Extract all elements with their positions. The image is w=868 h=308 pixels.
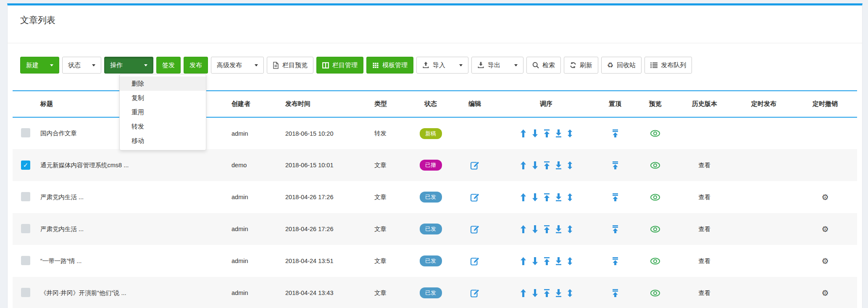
pin-to-top-icon[interactable] xyxy=(612,289,618,297)
menu-item-copy[interactable]: 复制 xyxy=(120,91,206,105)
article-title[interactable]: 国内合作文章 xyxy=(40,130,77,137)
move-to-top-icon[interactable] xyxy=(544,129,550,137)
menu-item-reuse[interactable]: 重用 xyxy=(120,105,206,119)
history-view-link[interactable]: 查看 xyxy=(699,226,711,232)
checkbox-cell xyxy=(13,245,39,277)
toolbar-button-refresh[interactable]: 刷新 xyxy=(564,57,598,74)
move-to-top-icon[interactable] xyxy=(544,257,550,265)
move-down-icon[interactable] xyxy=(532,161,538,169)
menu-item-move[interactable]: 移动 xyxy=(120,134,206,148)
publish-time-cell: 2018-04-26 17:26 xyxy=(284,213,373,245)
edit-pencil-icon[interactable] xyxy=(470,161,480,170)
eye-icon[interactable] xyxy=(650,130,660,137)
pin-to-top-icon[interactable] xyxy=(612,129,618,137)
toolbar-button-recycle[interactable]: ♻回收站 xyxy=(601,57,642,74)
move-to-bottom-icon[interactable] xyxy=(555,161,562,169)
move-up-icon[interactable] xyxy=(520,193,526,201)
move-up-down-icon[interactable] xyxy=(567,129,573,137)
gear-icon[interactable]: ⚙ xyxy=(821,289,829,297)
menu-item-forward[interactable]: 转发 xyxy=(120,119,206,134)
move-up-down-icon[interactable] xyxy=(567,289,573,297)
move-down-icon[interactable] xyxy=(532,193,538,201)
toolbar-button-status[interactable]: 状态 xyxy=(62,57,101,74)
row-checkbox[interactable]: ✓ xyxy=(21,161,30,170)
move-up-icon[interactable] xyxy=(520,225,526,233)
row-checkbox[interactable] xyxy=(21,288,30,297)
move-up-icon[interactable] xyxy=(520,289,526,297)
history-view-link[interactable]: 查看 xyxy=(699,162,711,168)
move-up-icon[interactable] xyxy=(520,129,526,137)
move-up-down-icon[interactable] xyxy=(567,225,573,233)
edit-pencil-icon[interactable] xyxy=(470,256,480,266)
type-cell: 文章 xyxy=(373,245,410,277)
eye-icon[interactable] xyxy=(650,290,660,297)
toolbar-button-column-manage[interactable]: 栏目管理 xyxy=(316,57,363,74)
move-to-top-icon[interactable] xyxy=(544,161,550,169)
move-down-icon[interactable] xyxy=(532,289,538,297)
article-title[interactable]: 严肃党内生活 ... xyxy=(40,226,84,232)
article-title[interactable]: “一带一路”情 ... xyxy=(40,258,82,264)
move-to-top-icon[interactable] xyxy=(544,193,550,201)
move-to-bottom-icon[interactable] xyxy=(555,225,562,233)
move-to-bottom-icon[interactable] xyxy=(555,289,562,297)
article-title[interactable]: 通元新媒体内容管理系统cms8 ... xyxy=(40,162,129,168)
toolbar-button-search[interactable]: 检索 xyxy=(526,57,561,74)
move-down-icon[interactable] xyxy=(532,129,538,137)
toolbar-button-publish[interactable]: 发布 xyxy=(184,57,208,74)
gear-icon[interactable]: ⚙ xyxy=(821,193,829,201)
eye-icon[interactable] xyxy=(650,162,660,169)
toolbar-button-import[interactable]: 导入 xyxy=(416,57,468,74)
move-to-bottom-icon[interactable] xyxy=(555,193,562,201)
row-checkbox[interactable] xyxy=(21,256,30,265)
row-checkbox[interactable] xyxy=(21,224,30,233)
move-up-down-icon[interactable] xyxy=(567,257,573,265)
status-cell: 已发 xyxy=(410,245,452,277)
move-up-down-icon[interactable] xyxy=(567,193,573,201)
pin-to-top-icon[interactable] xyxy=(612,161,618,169)
move-up-icon[interactable] xyxy=(520,257,526,265)
move-down-icon[interactable] xyxy=(532,257,538,265)
eye-icon[interactable] xyxy=(650,258,660,265)
move-to-bottom-icon[interactable] xyxy=(555,129,562,137)
move-up-icon[interactable] xyxy=(520,161,526,169)
article-title[interactable]: 《井冈·井冈》开演前“他们”说 ... xyxy=(40,290,126,296)
row-checkbox[interactable] xyxy=(21,128,30,137)
eye-icon[interactable] xyxy=(650,226,660,233)
toolbar-button-export[interactable]: 导出 xyxy=(471,57,523,74)
creator-cell: demo xyxy=(230,149,284,181)
reorder-controls xyxy=(498,161,594,169)
toolbar-button-template-manage[interactable]: 模板管理 xyxy=(366,57,413,74)
menu-item-delete[interactable]: 删除 xyxy=(120,76,206,91)
move-up-down-icon[interactable] xyxy=(567,161,573,169)
move-to-top-icon[interactable] xyxy=(544,289,550,297)
row-checkbox[interactable] xyxy=(21,192,30,201)
download-icon xyxy=(477,62,484,68)
move-to-bottom-icon[interactable] xyxy=(555,257,562,265)
scheduled-cancel-cell xyxy=(793,117,857,149)
list-icon xyxy=(650,62,658,68)
move-down-icon[interactable] xyxy=(532,225,538,233)
move-to-top-icon[interactable] xyxy=(544,225,550,233)
toolbar-button-adv-publish[interactable]: 高级发布 xyxy=(211,57,264,74)
pin-to-top-icon[interactable] xyxy=(612,193,618,201)
gear-icon[interactable]: ⚙ xyxy=(821,225,829,233)
edit-pencil-icon[interactable] xyxy=(470,224,480,234)
history-view-link[interactable]: 查看 xyxy=(699,258,711,264)
pin-to-top-icon[interactable] xyxy=(612,257,618,265)
history-view-link[interactable]: 查看 xyxy=(699,290,711,296)
toolbar-button-publish-queue[interactable]: 发布队列 xyxy=(644,57,692,74)
history-cell: 查看 xyxy=(675,245,734,277)
preview-cell xyxy=(636,277,675,308)
toolbar-button-sign[interactable]: 签发 xyxy=(156,57,181,74)
toolbar-button-new[interactable]: 新建 xyxy=(20,57,59,74)
article-title[interactable]: 严肃党内生活 ... xyxy=(40,194,84,200)
toolbar-button-column-preview[interactable]: 栏目预览 xyxy=(267,57,313,74)
edit-pencil-icon[interactable] xyxy=(470,192,480,202)
type-cell: 文章 xyxy=(373,213,410,245)
history-view-link[interactable]: 查看 xyxy=(699,194,711,200)
toolbar-button-action[interactable]: 操作 xyxy=(104,57,153,74)
edit-pencil-icon[interactable] xyxy=(470,288,480,298)
gear-icon[interactable]: ⚙ xyxy=(821,257,829,265)
pin-to-top-icon[interactable] xyxy=(612,225,618,233)
eye-icon[interactable] xyxy=(650,194,660,201)
